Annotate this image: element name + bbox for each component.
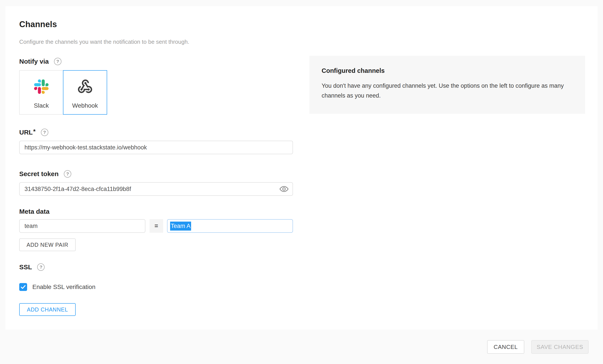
url-required-marker: *: [33, 128, 36, 135]
ssl-help-icon[interactable]: ?: [37, 263, 45, 271]
ssl-checkbox-label[interactable]: Enable SSL verification: [32, 283, 95, 291]
add-new-pair-button[interactable]: ADD NEW PAIR: [19, 238, 76, 251]
equals-separator: =: [150, 219, 163, 233]
toggle-secret-visibility-button[interactable]: [278, 184, 290, 194]
notify-via-label: Notify via: [19, 58, 49, 65]
url-label: URL*: [19, 129, 36, 136]
secret-token-field: [19, 182, 293, 196]
notify-via-label-row: Notify via ?: [19, 58, 61, 65]
channels-card: Channels Configure the channels you want…: [5, 6, 598, 330]
webhook-icon: [77, 79, 93, 95]
ssl-label: SSL: [19, 263, 32, 271]
ssl-checkbox-row: Enable SSL verification: [19, 283, 95, 291]
ssl-label-row: SSL ?: [19, 263, 45, 271]
secret-token-help-icon[interactable]: ?: [64, 170, 71, 178]
channel-tile-webhook[interactable]: Webhook: [63, 70, 107, 115]
meta-data-label: Meta data: [19, 208, 49, 215]
url-input[interactable]: [19, 141, 293, 154]
channel-tile-slack-label: Slack: [34, 102, 49, 109]
add-channel-button[interactable]: ADD CHANNEL: [19, 303, 76, 316]
ssl-checkbox[interactable]: [19, 283, 27, 291]
configured-channels-body: You don't have any configured channels y…: [322, 81, 569, 101]
checkmark-icon: [20, 284, 26, 290]
secret-token-label-row: Secret token ?: [19, 170, 71, 178]
secret-token-label: Secret token: [19, 170, 58, 178]
channel-type-tiles: Slack Webhook: [19, 70, 107, 115]
page: { "header": { "title": "Channels", "subt…: [0, 0, 603, 364]
url-label-row: URL* ?: [19, 129, 48, 136]
meta-key-input[interactable]: [19, 219, 145, 233]
meta-data-label-row: Meta data: [19, 208, 49, 215]
meta-value-selected-text: Team A: [170, 222, 191, 231]
page-subtitle: Configure the channels you want the noti…: [19, 38, 189, 45]
cancel-button[interactable]: CANCEL: [487, 340, 524, 354]
page-title: Channels: [19, 20, 57, 29]
meta-data-pair-row: = Team A: [19, 219, 293, 233]
configured-channels-panel: Configured channels You don't have any c…: [309, 56, 585, 114]
eye-icon: [279, 184, 289, 194]
meta-value-input[interactable]: Team A: [167, 219, 293, 233]
save-changes-button[interactable]: SAVE CHANGES: [531, 340, 589, 354]
notify-via-help-icon[interactable]: ?: [54, 58, 61, 65]
channel-tile-slack[interactable]: Slack: [19, 70, 63, 115]
channel-tile-webhook-label: Webhook: [72, 102, 98, 109]
url-help-icon[interactable]: ?: [41, 129, 48, 136]
slack-icon: [34, 79, 48, 95]
configured-channels-title: Configured channels: [322, 67, 573, 74]
secret-token-input[interactable]: [19, 182, 293, 196]
